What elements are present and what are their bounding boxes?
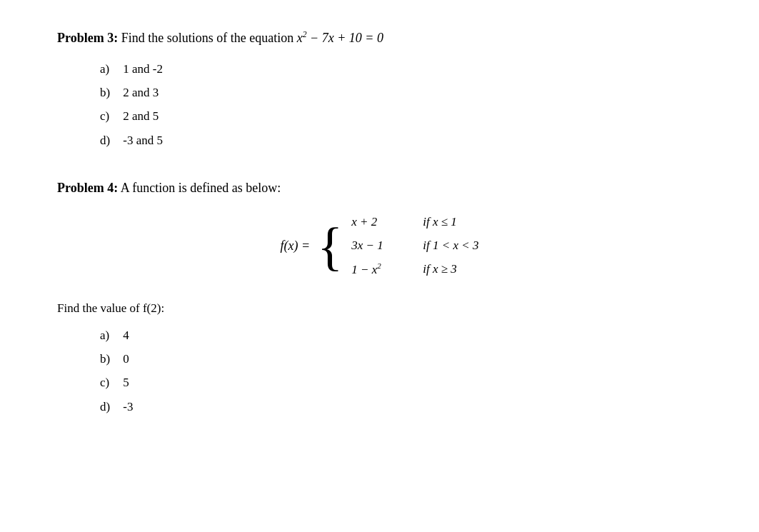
problem-3-title: Problem 3: Find the solutions of the equ… xyxy=(57,29,702,48)
problem-3-section: Problem 3: Find the solutions of the equ… xyxy=(57,29,702,150)
list-item: d) -3 and 5 xyxy=(100,131,702,150)
function-label: f(x) = xyxy=(281,239,311,254)
option-a-label: a) xyxy=(100,59,120,79)
case-2-expr: 3x − 1 xyxy=(351,236,408,256)
p4-option-d-value: -3 xyxy=(123,400,133,413)
list-item: b) 2 and 3 xyxy=(100,83,702,102)
option-c-label: c) xyxy=(100,106,120,126)
problem-3-equation: Find the solutions of the equation x2 − … xyxy=(121,31,383,45)
p4-option-c-label: c) xyxy=(100,373,120,392)
case-3-expr: 1 − x2 xyxy=(351,259,408,281)
option-d-value: -3 and 5 xyxy=(123,134,163,147)
p4-option-a-label: a) xyxy=(100,326,120,345)
piecewise-function: f(x) = { x + 2 if x ≤ 1 3x − 1 if 1 < x … xyxy=(57,212,702,280)
option-b-label: b) xyxy=(100,83,120,102)
p4-option-b-value: 0 xyxy=(123,352,129,366)
cases-block: x + 2 if x ≤ 1 3x − 1 if 1 < x < 3 1 − x… xyxy=(351,212,478,280)
problem-3-options: a) 1 and -2 b) 2 and 3 c) 2 and 5 d) -3 … xyxy=(100,59,702,150)
problem-3-bold: Problem 3: xyxy=(57,31,118,45)
case-2: 3x − 1 if 1 < x < 3 xyxy=(351,236,478,256)
find-value-label: Find the value of f(2): xyxy=(57,301,702,316)
problem-4-options: a) 4 b) 0 c) 5 d) -3 xyxy=(100,326,702,416)
list-item: b) 0 xyxy=(100,349,702,368)
problem-4-section: Problem 4: A function is defined as belo… xyxy=(57,179,702,416)
case-2-cond: if 1 < x < 3 xyxy=(423,236,478,256)
case-1-cond: if x ≤ 1 xyxy=(423,212,457,233)
list-item: c) 5 xyxy=(100,373,702,392)
option-a-value: 1 and -2 xyxy=(123,62,163,76)
list-item: d) -3 xyxy=(100,397,702,416)
case-3: 1 − x2 if x ≥ 3 xyxy=(351,259,478,281)
option-c-value: 2 and 5 xyxy=(123,109,159,123)
case-3-cond: if x ≥ 3 xyxy=(423,259,457,280)
problem-4-bold: Problem 4: xyxy=(57,181,118,195)
left-brace: { xyxy=(317,212,343,280)
list-item: a) 1 and -2 xyxy=(100,59,702,79)
list-item: a) 4 xyxy=(100,326,702,345)
problem-4-title: Problem 4: A function is defined as belo… xyxy=(57,179,702,198)
problem-4-description: A function is defined as below: xyxy=(121,181,281,195)
p4-option-a-value: 4 xyxy=(123,328,129,342)
p4-option-c-value: 5 xyxy=(123,376,129,389)
option-b-value: 2 and 3 xyxy=(123,86,159,99)
brace-container: { x + 2 if x ≤ 1 3x − 1 if 1 < x < 3 1 −… xyxy=(317,212,478,280)
option-d-label: d) xyxy=(100,131,120,150)
case-1-expr: x + 2 xyxy=(351,212,408,233)
p4-option-b-label: b) xyxy=(100,349,120,368)
p4-option-d-label: d) xyxy=(100,397,120,416)
list-item: c) 2 and 5 xyxy=(100,106,702,126)
case-1: x + 2 if x ≤ 1 xyxy=(351,212,478,233)
